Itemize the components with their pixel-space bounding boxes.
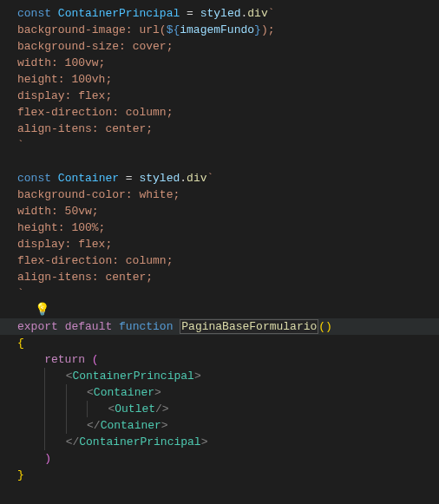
text: : 100vh; — [58, 73, 112, 86]
property: div — [187, 172, 206, 185]
text: ); — [261, 23, 275, 36]
text: : column; — [112, 106, 173, 119]
backtick: ` — [17, 287, 24, 300]
tag-bracket: < — [87, 386, 94, 399]
css-prop: display — [17, 238, 65, 251]
code-editor[interactable]: const ContainerPrincipal = styled.div` b… — [0, 0, 439, 488]
brace: { — [17, 337, 24, 350]
code-line: background-color: white; — [17, 187, 439, 203]
text: : 50vw; — [51, 205, 99, 218]
object: styled — [200, 7, 241, 20]
css-prop: display — [17, 89, 65, 102]
code-line: flex-direction: column; — [17, 104, 439, 121]
paren: () — [318, 320, 332, 333]
interp: } — [254, 23, 261, 36]
keyword: function — [119, 320, 173, 333]
css-prop: flex-direction — [17, 106, 112, 119]
blank-line — [17, 154, 439, 170]
keyword: export — [17, 320, 58, 333]
code-line: display: flex; — [17, 88, 439, 104]
code-line: align-itens: center; — [17, 269, 439, 285]
code-line: const ContainerPrincipal = styled.div` — [17, 5, 439, 22]
backtick: ` — [206, 172, 213, 185]
tag-name: Container — [94, 386, 154, 399]
keyword: const — [17, 7, 51, 20]
code-line: width: 100vw; — [17, 55, 439, 71]
code-line: <ContainerPrincipal> — [17, 368, 439, 384]
text: : url( — [126, 23, 167, 36]
text: = — [180, 7, 200, 20]
tag-bracket: </ — [87, 419, 101, 432]
function-name-selected: PaginaBaseFormulario — [180, 319, 318, 334]
text: : center; — [92, 122, 153, 135]
interp: ${ — [167, 23, 180, 36]
variable: ContainerPrincipal — [58, 7, 180, 20]
tag-bracket: /> — [155, 403, 169, 416]
css-prop: align-itens — [17, 122, 92, 135]
code-line: </Container> — [17, 417, 439, 434]
css-prop: height — [17, 73, 58, 86]
css-prop: height — [17, 221, 58, 234]
css-prop: flex-direction — [17, 254, 112, 267]
text: = — [119, 172, 139, 185]
code-line-active: export default function PaginaBaseFormul… — [0, 318, 439, 335]
text: . — [180, 172, 187, 185]
tag-name: ContainerPrincipal — [79, 435, 200, 448]
backtick: ` — [268, 7, 275, 20]
lightbulb-line: 💡 — [17, 302, 439, 318]
code-line: ` — [17, 285, 439, 302]
keyword: const — [17, 172, 51, 185]
tag-bracket: > — [154, 386, 161, 399]
code-line: background-size: cover; — [17, 38, 439, 55]
text: : cover; — [119, 40, 173, 53]
tag-name: Container — [101, 419, 161, 432]
code-line: <Outlet/> — [17, 401, 439, 417]
keyword: return — [44, 353, 85, 366]
variable: Container — [58, 172, 119, 185]
paren: ) — [44, 452, 51, 465]
tag-bracket: > — [201, 435, 208, 448]
css-prop: width — [17, 56, 51, 69]
code-line: height: 100vh; — [17, 71, 439, 88]
tag-name: ContainerPrincipal — [72, 370, 193, 383]
css-prop: background-image — [17, 23, 126, 36]
text: : 100vw; — [51, 56, 105, 69]
text: : flex; — [65, 89, 113, 102]
code-line: height: 100%; — [17, 219, 439, 236]
code-line: <Container> — [17, 384, 439, 401]
code-line: const Container = styled.div` — [17, 170, 439, 187]
code-line: </ContainerPrincipal> — [17, 434, 439, 450]
code-line: return ( — [17, 351, 439, 368]
code-line: align-itens: center; — [17, 121, 439, 137]
backtick: ` — [17, 139, 24, 152]
code-line: { — [17, 335, 439, 351]
property: div — [247, 7, 267, 20]
tag-bracket: > — [161, 419, 168, 432]
text: : white; — [126, 188, 180, 201]
text: : center; — [92, 271, 153, 284]
lightbulb-icon[interactable]: 💡 — [35, 302, 49, 318]
brace: } — [17, 468, 24, 481]
css-prop: align-itens — [17, 271, 92, 284]
tag-name: Outlet — [115, 403, 155, 416]
object: styled — [139, 172, 180, 185]
text: : flex; — [65, 238, 113, 251]
code-line: display: flex; — [17, 236, 439, 252]
paren: ( — [85, 353, 99, 366]
tag-bracket: > — [194, 370, 201, 383]
css-prop: background-color — [17, 188, 126, 201]
text: : 100%; — [58, 221, 106, 234]
code-line: ) — [17, 450, 439, 467]
code-line: } — [17, 467, 439, 483]
css-prop: width — [17, 205, 51, 218]
keyword: default — [65, 320, 113, 333]
css-prop: background-size — [17, 40, 119, 53]
code-line: width: 50vw; — [17, 203, 439, 219]
code-line: background-image: url(${imagemFundo}); — [17, 22, 439, 38]
variable: imagemFundo — [180, 23, 254, 36]
code-line: ` — [17, 137, 439, 154]
tag-bracket: </ — [66, 435, 80, 448]
code-line: flex-direction: column; — [17, 252, 439, 269]
text: : column; — [112, 254, 173, 267]
